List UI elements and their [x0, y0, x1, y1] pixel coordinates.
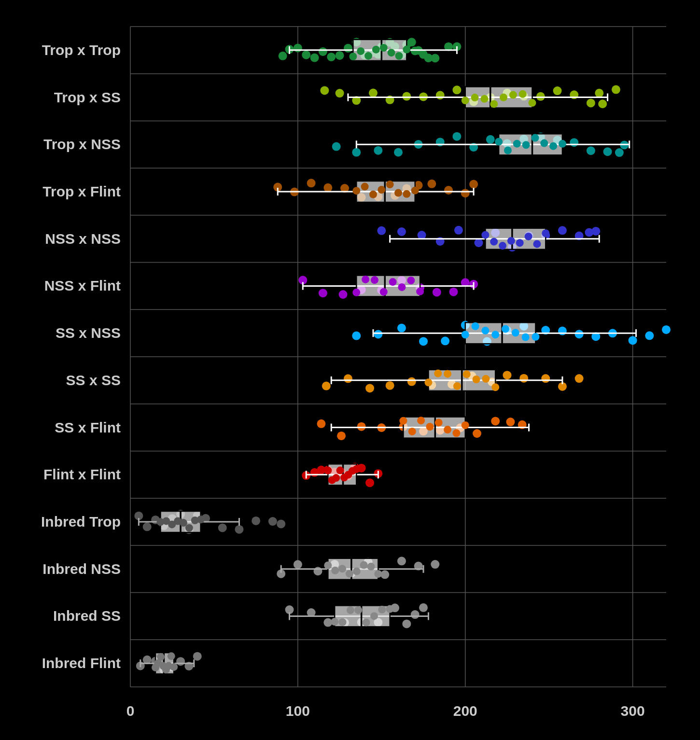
chart-canvas	[0, 0, 700, 740]
chart-container	[0, 0, 700, 740]
